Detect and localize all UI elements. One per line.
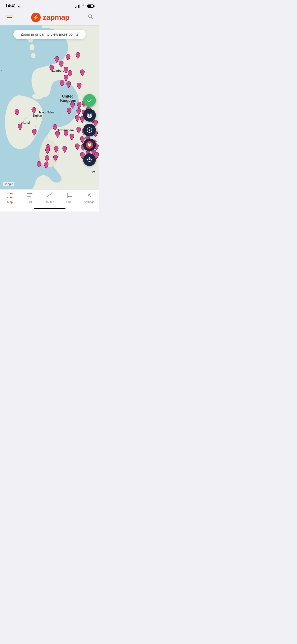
status-icons [75, 4, 94, 8]
svg-point-75 [87, 195, 87, 195]
heart-button[interactable] [83, 139, 96, 151]
nav-label-list: List [27, 200, 32, 204]
svg-point-77 [88, 194, 88, 194]
search-button[interactable] [87, 13, 94, 21]
svg-point-32 [57, 132, 59, 134]
status-time: 14:41 [5, 4, 16, 8]
nav-label-chat: Chat [66, 200, 72, 204]
nav-label-map: Map [7, 200, 13, 204]
svg-point-34 [71, 135, 73, 137]
filter-icon [7, 17, 12, 18]
svg-point-31 [54, 126, 56, 127]
svg-point-22 [68, 109, 70, 111]
zoom-hint: Zoom in or pan to view more points [13, 30, 86, 39]
map-pin[interactable] [52, 124, 58, 131]
map-pin[interactable] [65, 54, 71, 61]
logo: ⚡ zapmap [31, 13, 69, 22]
map-pin[interactable] [45, 147, 50, 154]
map-icon [7, 192, 13, 200]
nav-item-list[interactable]: List [20, 192, 40, 204]
map-pin[interactable] [66, 107, 72, 115]
svg-point-73 [89, 193, 89, 194]
map-pin[interactable] [31, 128, 37, 136]
nav-label-settings: Settings [84, 200, 95, 204]
heart-icon [86, 141, 93, 149]
nav-item-chat[interactable]: Chat [59, 192, 79, 204]
svg-point-19 [72, 103, 74, 105]
home-indicator [0, 206, 99, 211]
svg-point-14 [78, 84, 80, 86]
svg-point-5 [67, 56, 69, 57]
locate-button[interactable] [83, 153, 96, 166]
svg-point-15 [16, 111, 18, 112]
svg-point-62 [89, 159, 90, 160]
map-pin[interactable] [75, 52, 81, 59]
svg-point-72 [88, 194, 90, 196]
svg-line-1 [92, 18, 93, 19]
svg-point-4 [60, 62, 62, 64]
filter-icon [5, 16, 13, 16]
nav-item-settings[interactable]: Settings [79, 192, 99, 204]
map-pin[interactable] [76, 108, 82, 115]
svg-point-42 [77, 145, 78, 147]
svg-point-80 [90, 194, 91, 194]
filter-icon [8, 19, 11, 19]
map-pin[interactable] [14, 109, 20, 116]
svg-point-55 [46, 157, 48, 159]
svg-point-11 [82, 71, 83, 73]
globe-button[interactable] [83, 109, 96, 122]
svg-point-53 [96, 154, 98, 155]
map-pin[interactable] [63, 130, 69, 137]
map-view[interactable]: Zoom in or pan to view more points Edinb… [0, 25, 99, 189]
map-pin[interactable] [66, 81, 72, 88]
signal-icon [75, 4, 80, 8]
svg-point-18 [34, 130, 35, 132]
map-pin[interactable] [36, 161, 42, 168]
list-icon [27, 192, 33, 200]
svg-point-54 [47, 149, 49, 151]
nav-item-routes[interactable]: Routes [40, 192, 59, 204]
svg-point-49 [64, 148, 66, 149]
svg-point-7 [51, 66, 53, 68]
svg-point-48 [55, 148, 57, 149]
map-pin[interactable] [69, 133, 75, 141]
svg-point-16 [33, 109, 35, 111]
svg-point-9 [69, 72, 71, 73]
svg-point-57 [38, 163, 40, 164]
svg-point-20 [78, 103, 80, 105]
map-pin[interactable] [62, 146, 68, 153]
location-arrow-icon: ▲ [17, 4, 21, 8]
svg-point-58 [45, 163, 47, 165]
svg-point-23 [78, 110, 80, 112]
map-pin[interactable] [53, 146, 59, 153]
info-button[interactable] [83, 124, 96, 136]
svg-point-76 [91, 195, 91, 195]
map-pin[interactable] [59, 80, 65, 87]
svg-point-17 [19, 125, 21, 127]
map-pin[interactable] [76, 126, 82, 134]
nav-item-map[interactable]: Map [0, 192, 20, 204]
logo-bolt-icon: ⚡ [31, 13, 41, 22]
svg-point-78 [90, 196, 91, 197]
map-pin[interactable] [44, 155, 50, 162]
map-pin[interactable] [74, 143, 80, 150]
map-pin[interactable] [31, 107, 37, 114]
svg-point-74 [89, 197, 89, 197]
map-pin[interactable] [76, 82, 82, 90]
svg-point-10 [65, 76, 67, 78]
map-pin[interactable] [17, 123, 23, 131]
map-pin[interactable] [55, 131, 60, 138]
map-pin[interactable] [53, 154, 58, 162]
map-pin[interactable] [49, 65, 55, 72]
svg-point-56 [55, 156, 56, 158]
app-header: ⚡ zapmap [0, 11, 99, 25]
edinburgh-dot [1, 70, 2, 71]
filter-button[interactable] [5, 14, 13, 21]
check-button[interactable] [83, 94, 96, 107]
map-pin[interactable] [43, 162, 49, 169]
home-bar [34, 208, 65, 209]
nav-label-routes: Routes [45, 200, 54, 204]
battery-icon [87, 4, 94, 8]
map-pin[interactable] [79, 69, 85, 76]
routes-icon [46, 192, 53, 200]
